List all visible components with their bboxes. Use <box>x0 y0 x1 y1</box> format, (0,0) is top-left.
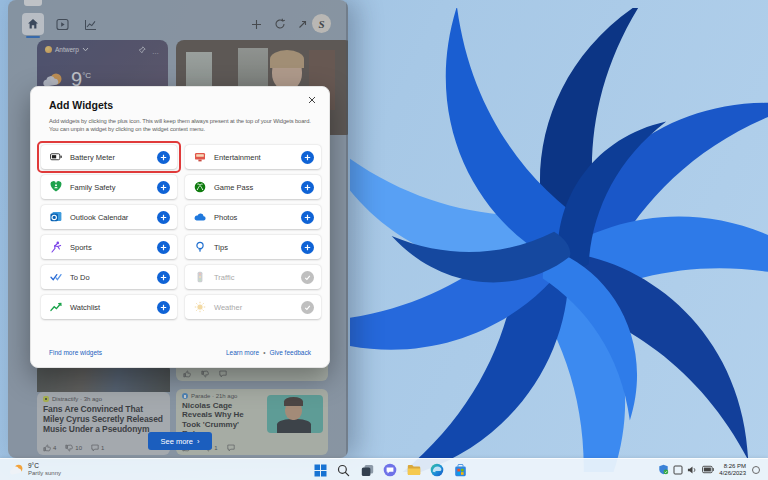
plus-icon <box>304 214 311 221</box>
dialog-title: Add Widgets <box>49 99 113 111</box>
task-view-icon <box>361 464 374 477</box>
plus-icon <box>160 214 167 221</box>
microsoft-store-icon <box>454 464 467 477</box>
battery-tray-icon[interactable] <box>702 465 714 474</box>
file-explorer-button[interactable] <box>406 462 422 478</box>
sports-runner-icon <box>50 241 62 253</box>
weather-sun-icon <box>194 301 206 313</box>
notification-center-icon[interactable] <box>752 466 760 474</box>
add-sports-button[interactable] <box>157 241 170 254</box>
system-tray <box>658 464 714 475</box>
widget-pill-tips[interactable]: Tips <box>185 235 321 259</box>
speaker-icon[interactable] <box>687 465 698 475</box>
add-watchlist-button[interactable] <box>157 301 170 314</box>
plus-icon <box>160 304 167 311</box>
widget-pill-outlook-calendar[interactable]: Outlook Calendar <box>41 205 177 229</box>
wallpaper-bloom <box>350 8 768 472</box>
clock-time: 8:26 PM <box>719 463 746 470</box>
add-widgets-dialog: Add Widgets Add widgets by clicking the … <box>30 86 330 368</box>
add-battery-meter-button[interactable] <box>157 151 170 164</box>
edge-icon <box>430 463 444 477</box>
add-to-do-button[interactable] <box>157 271 170 284</box>
plus-icon <box>160 154 167 161</box>
close-dialog-button[interactable] <box>305 93 319 107</box>
traffic-added-badge <box>301 271 314 284</box>
plus-icon <box>304 154 311 161</box>
add-family-safety-button[interactable] <box>157 181 170 194</box>
windows-logo-icon <box>314 464 327 477</box>
taskbar-weather-condition: Partly sunny <box>28 470 61 478</box>
check-icon <box>304 304 311 311</box>
widget-pill-game-pass[interactable]: Game Pass <box>185 175 321 199</box>
to-do-checks-icon <box>50 271 62 283</box>
give-feedback-link[interactable]: Give feedback <box>269 349 311 356</box>
search-button[interactable] <box>335 462 351 478</box>
widget-pill-family-safety[interactable]: Family Safety <box>41 175 177 199</box>
widget-pill-photos[interactable]: Photos <box>185 205 321 229</box>
learn-more-link[interactable]: Learn more <box>226 349 259 356</box>
tips-lightbulb-icon <box>194 241 206 253</box>
plus-icon <box>160 184 167 191</box>
see-more-button[interactable]: See more› <box>148 432 212 450</box>
tray-app-icon[interactable] <box>673 465 683 475</box>
widget-pill-battery-meter[interactable]: Battery Meter <box>41 145 177 169</box>
search-icon <box>337 464 350 477</box>
chat-button[interactable] <box>382 462 398 478</box>
widget-pill-traffic[interactable]: Traffic <box>185 265 321 289</box>
add-photos-button[interactable] <box>301 211 314 224</box>
start-button[interactable] <box>312 462 328 478</box>
footer-separator: • <box>263 349 265 356</box>
family-safety-heart-icon <box>50 181 62 193</box>
find-more-widgets-link[interactable]: Find more widgets <box>49 349 102 356</box>
widget-pill-to-do[interactable]: To Do <box>41 265 177 289</box>
plus-icon <box>304 184 311 191</box>
add-tips-button[interactable] <box>301 241 314 254</box>
chat-icon <box>383 463 397 477</box>
widget-grid: Battery Meter Entertainment <box>41 145 321 319</box>
widgets-panel: S Antwerp … 9°C Sunset 8:55 PM › <box>8 0 348 458</box>
taskbar-weather-button[interactable]: 9°C Partly sunny <box>5 460 66 480</box>
widget-pill-sports[interactable]: Sports <box>41 235 177 259</box>
plus-icon <box>160 274 167 281</box>
store-button[interactable] <box>452 462 468 478</box>
add-outlook-calendar-button[interactable] <box>157 211 170 224</box>
entertainment-icon <box>194 151 206 163</box>
taskbar-clock[interactable]: 8:26 PM 4/26/2023 <box>719 463 746 477</box>
add-entertainment-button[interactable] <box>301 151 314 164</box>
plus-icon <box>304 244 311 251</box>
check-icon <box>304 274 311 281</box>
taskbar: 9°C Partly sunny <box>0 458 768 480</box>
photos-icon <box>194 211 206 223</box>
dialog-description: Add widgets by clicking the plus icon. T… <box>49 117 321 133</box>
traffic-light-icon <box>194 271 206 283</box>
folder-icon <box>407 464 421 476</box>
add-game-pass-button[interactable] <box>301 181 314 194</box>
battery-icon <box>50 151 62 163</box>
close-icon <box>308 96 316 104</box>
taskbar-weather-temp: 9°C <box>28 462 61 470</box>
game-pass-xbox-icon <box>194 181 206 193</box>
weather-added-badge <box>301 301 314 314</box>
outlook-calendar-icon <box>50 211 62 223</box>
dialog-footer: Find more widgets Learn more • Give feed… <box>31 349 329 356</box>
plus-icon <box>160 244 167 251</box>
security-shield-icon[interactable] <box>658 464 669 475</box>
widget-pill-entertainment[interactable]: Entertainment <box>185 145 321 169</box>
watchlist-trend-icon <box>50 301 62 313</box>
widget-pill-weather[interactable]: Weather <box>185 295 321 319</box>
widget-pill-watchlist[interactable]: Watchlist <box>41 295 177 319</box>
edge-button[interactable] <box>429 462 445 478</box>
task-view-button[interactable] <box>359 462 375 478</box>
clock-date: 4/26/2023 <box>719 470 746 477</box>
partly-sunny-icon <box>10 464 24 476</box>
